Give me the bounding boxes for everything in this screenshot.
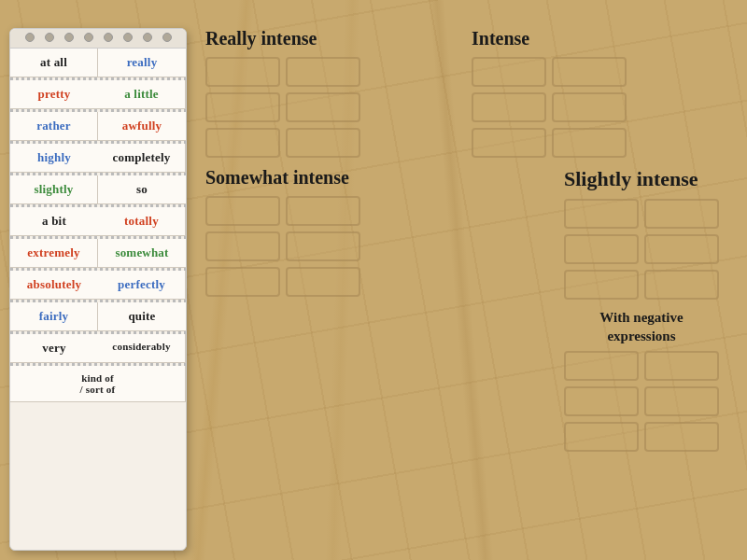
drop-zone[interactable] <box>205 231 280 261</box>
drop-zone[interactable] <box>644 234 719 264</box>
intense-grid <box>472 57 719 158</box>
word-item[interactable]: extremely <box>10 239 98 268</box>
drop-zone[interactable] <box>564 234 639 264</box>
main-container: at all really pretty a little rather awf… <box>0 0 747 560</box>
spiral-hole <box>64 33 74 42</box>
drop-zone[interactable] <box>644 386 719 416</box>
drop-zone[interactable] <box>286 128 360 158</box>
spiral-hole <box>143 33 152 42</box>
word-item[interactable]: totally <box>98 207 186 236</box>
word-item[interactable]: pretty <box>10 80 98 109</box>
word-item[interactable]: perfectly <box>98 271 186 300</box>
drop-zone[interactable] <box>552 128 627 158</box>
top-section-row: Really intense Intense <box>205 28 719 158</box>
notebook: at all really pretty a little rather awf… <box>9 28 187 551</box>
word-item[interactable]: a bit <box>10 207 98 236</box>
bottom-section-row: Somewhat intense Slightly intense <box>205 167 719 452</box>
really-intense-section: Really intense <box>205 28 453 158</box>
word-item[interactable]: kind of/ sort of <box>10 366 186 402</box>
drop-zone[interactable] <box>286 231 360 261</box>
drop-zone[interactable] <box>205 92 280 122</box>
word-item[interactable]: absolutely <box>10 271 98 300</box>
word-item[interactable]: a little <box>98 80 186 109</box>
drop-zone[interactable] <box>644 270 719 300</box>
drop-zone[interactable] <box>286 196 360 226</box>
spiral-hole <box>45 33 54 42</box>
drop-zone[interactable] <box>205 57 280 87</box>
word-item[interactable]: highly <box>10 144 98 173</box>
slightly-intense-section: Slightly intense <box>564 167 719 300</box>
intense-title: Intense <box>472 28 719 49</box>
word-item[interactable]: rather <box>10 112 98 141</box>
word-item[interactable]: very <box>10 334 98 363</box>
drop-zone[interactable] <box>564 270 639 300</box>
slightly-intense-title: Slightly intense <box>564 167 719 191</box>
spiral-hole <box>84 33 93 42</box>
drop-zone[interactable] <box>472 92 546 122</box>
somewhat-intense-section: Somewhat intense <box>205 167 545 297</box>
drop-zone[interactable] <box>564 351 639 381</box>
spiral-hole <box>123 33 133 42</box>
spiral-hole <box>162 33 172 42</box>
drop-zone[interactable] <box>644 422 719 452</box>
drop-zone[interactable] <box>205 128 280 158</box>
somewhat-intense-title: Somewhat intense <box>205 167 545 189</box>
drop-zone[interactable] <box>564 422 639 452</box>
word-item[interactable]: really <box>98 49 186 77</box>
drop-zone[interactable] <box>644 199 719 229</box>
slightly-intense-grid <box>564 199 719 300</box>
word-item[interactable]: considerably <box>98 334 186 363</box>
spiral-binding <box>10 29 186 49</box>
drop-zone[interactable] <box>644 351 719 381</box>
drop-zone[interactable] <box>552 92 627 122</box>
word-list: at all really pretty a little rather awf… <box>10 49 186 402</box>
drop-zone[interactable] <box>564 199 639 229</box>
right-column-sections: Slightly intense With negativeexpression… <box>564 167 719 452</box>
drop-zone[interactable] <box>472 128 546 158</box>
drop-zone[interactable] <box>205 267 280 297</box>
drop-zone[interactable] <box>552 57 627 87</box>
somewhat-intense-grid <box>205 196 545 297</box>
negative-grid <box>564 351 719 452</box>
really-intense-title: Really intense <box>205 28 453 49</box>
drop-zone[interactable] <box>286 92 360 122</box>
word-item[interactable]: quite <box>98 302 186 331</box>
drop-zone[interactable] <box>472 57 546 87</box>
drop-zone[interactable] <box>286 57 360 87</box>
really-intense-grid <box>205 57 453 158</box>
drop-zone[interactable] <box>286 267 360 297</box>
spiral-hole <box>25 33 35 42</box>
negative-title: With negativeexpressions <box>564 309 719 345</box>
intense-section: Intense <box>472 28 719 158</box>
word-item[interactable]: awfully <box>98 112 186 141</box>
word-item[interactable]: at all <box>10 49 98 77</box>
word-item[interactable]: slightly <box>10 175 98 204</box>
spiral-hole <box>104 33 113 42</box>
word-item[interactable]: so <box>98 175 186 204</box>
negative-section: With negativeexpressions <box>564 309 719 452</box>
word-item[interactable]: completely <box>98 144 186 173</box>
drop-zone[interactable] <box>205 196 280 226</box>
drop-zone[interactable] <box>564 386 639 416</box>
word-item[interactable]: somewhat <box>98 239 186 268</box>
right-panel: Really intense Intense <box>187 19 738 461</box>
word-item[interactable]: fairly <box>10 302 98 331</box>
